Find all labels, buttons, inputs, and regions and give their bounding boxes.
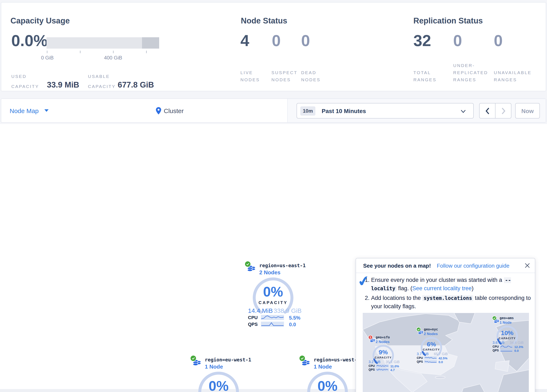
chevron-left-icon [485,107,489,114]
capacity-percent: 0% [298,379,357,392]
qps-value: 4.7 [390,368,395,372]
locality-label: geo=sfo [376,336,390,339]
step-2: 2. Add locations to the system.locations… [356,294,532,310]
usable-capacity-label: USABLE CAPACITY [88,71,116,91]
mini-locality-nyc: geo=nyc 2 Nodes 6% CAPACITY 3.7 GiB 65.7… [415,328,448,364]
cpu-value: 12.3% [514,345,523,349]
next-time-button[interactable] [495,103,511,118]
setup-steps: 1. Ensure every node in your cluster was… [356,276,532,312]
live-nodes-label: LIVE NODES [240,69,260,83]
qps-label: QPS [248,322,258,327]
qps-sparkline [500,349,513,352]
used-value: 3.6 GiB [492,340,505,345]
locality-tree-link[interactable]: See current locality tree [412,285,472,291]
used-value: 14.4 MiB [248,307,273,314]
locality-label: region=us-west-1 [314,357,360,363]
live-nodes-count: 4 [240,32,249,49]
locality-card-us-west-1[interactable]: region=us-west-1 1 Node 0% CAPACITY 9.6 … [298,355,357,392]
tick [146,51,147,53]
tick [47,51,47,53]
qps-value: 0.0 [289,322,296,328]
example-node-map-preview: 1 geo=sfo 2 Nodes 9% CAPACITY [363,313,529,392]
cpu-label: CPU [248,315,258,320]
total-value: 338.9 GiB [274,307,301,314]
view-selector-dropdown[interactable]: Node Map [10,99,48,122]
nodes-link[interactable]: 1 Node [314,364,332,370]
configuration-guide-link[interactable]: Follow our configuration guide [437,262,510,269]
capacity-percent: 9% [367,349,400,356]
total-ranges-count: 32 [413,32,431,49]
node-status-title: Node Status [241,16,287,26]
capacity-bar [47,37,159,48]
used-value: 3.7 GiB [417,352,429,356]
prev-time-button[interactable] [479,103,495,118]
total-value: 35.1 GiB [386,360,400,364]
time-range-badge: 10m [300,106,315,115]
breadcrumb: Cluster [155,99,184,122]
tick-label-400: 400 GiB [104,55,122,61]
locality-label: geo=nyc [424,328,438,331]
cpu-sparkline [261,315,284,320]
cpu-label: CPU [417,356,423,359]
healthy-check-icon [492,316,497,320]
capacity-percent: 0% [244,285,302,299]
qps-label: QPS [369,368,375,371]
used-capacity-label: USED CAPACITY [11,71,39,91]
under-replicated-label: UNDER- REPLICATED RANGES [453,62,488,83]
nodes-link[interactable]: 1 Node [205,364,223,370]
cpu-sparkline [500,345,513,348]
capacity-caption: CAPACITY [244,300,302,305]
used-value: 3.2 GiB [369,360,381,364]
qps-value: 0.0 [514,349,519,353]
capacity-caption: CAPACITY [367,356,400,359]
now-button[interactable]: Now [515,103,540,118]
map-toolbar: Node Map Cluster 10m Past 10 Minutes [1,98,546,123]
cpu-value: 42.5% [438,356,448,360]
locality-card-us-east-1[interactable]: region=us-east-1 2 Nodes 0% CAPACITY 14.… [244,261,302,328]
locality-label: geo=ams [500,316,514,320]
capacity-percent: 10% [491,330,524,336]
chevron-down-icon [461,110,466,113]
qps-value: 0.0 [438,360,443,364]
unavailable-ranges-count: 0 [494,32,503,49]
capacity-caption: CAPACITY [415,348,448,351]
usable-capacity-value: 677.8 GiB [118,80,154,90]
cpu-sparkline [424,356,437,359]
nodes-link: 1 Node [500,320,512,324]
replication-status-title: Replication Status [413,16,483,26]
total-value: 65.7 GiB [434,352,448,356]
qps-sparkline [424,360,437,363]
time-range-dropdown[interactable]: 10m Past 10 Minutes [297,103,474,118]
cluster-summary-card: Capacity Usage 0.0% 0 GiB 400 GiB USED C… [1,2,546,91]
capacity-bar-reserved-segment [142,37,159,48]
tick-label-zero: 0 GiB [41,55,54,61]
cpu-value: 5.5% [289,315,301,321]
dead-nodes-label: DEAD NODES [301,69,321,83]
time-step-buttons [479,103,511,118]
location-pin-icon [155,107,162,115]
locality-label: region=us-east-1 [259,263,306,268]
unavailable-ranges-label: UNAVAILABLE RANGES [494,69,532,83]
time-controls: 10m Past 10 Minutes Now [288,99,546,122]
mini-locality-sfo: 1 geo=sfo 2 Nodes 9% CAPACITY [367,336,400,372]
cpu-label: CPU [492,345,499,348]
popup-title: See your nodes on a map! [363,262,431,269]
total-ranges-label: TOTAL RANGES [413,69,437,83]
locality-card-eu-west-1[interactable]: region=eu-west-1 1 Node 0% CAPACITY 9.9 … [189,355,248,392]
qps-sparkline [261,322,284,327]
mini-locality-ams: geo=ams 1 Node 10% CAPACITY 3.6 GiB 34.4… [491,316,524,353]
close-icon[interactable] [525,262,530,270]
caret-down-icon [44,109,48,112]
capacity-usage-title: Capacity Usage [10,16,70,26]
node-map-canvas: region=us-east-1 2 Nodes 0% CAPACITY 14.… [0,124,547,389]
breadcrumb-cluster: Cluster [164,107,184,114]
under-replicated-count: 0 [453,32,462,49]
cpu-label: CPU [369,364,375,367]
qps-sparkline [376,368,389,371]
nodes-link[interactable]: 2 Nodes [259,269,280,275]
capacity-caption: CAPACITY [491,337,524,340]
healthy-check-icon [416,327,421,332]
suspect-nodes-count: 0 [272,32,281,49]
node-map-config-popup: See your nodes on a map! Follow our conf… [356,258,535,392]
capacity-percent: 0% [189,379,248,392]
